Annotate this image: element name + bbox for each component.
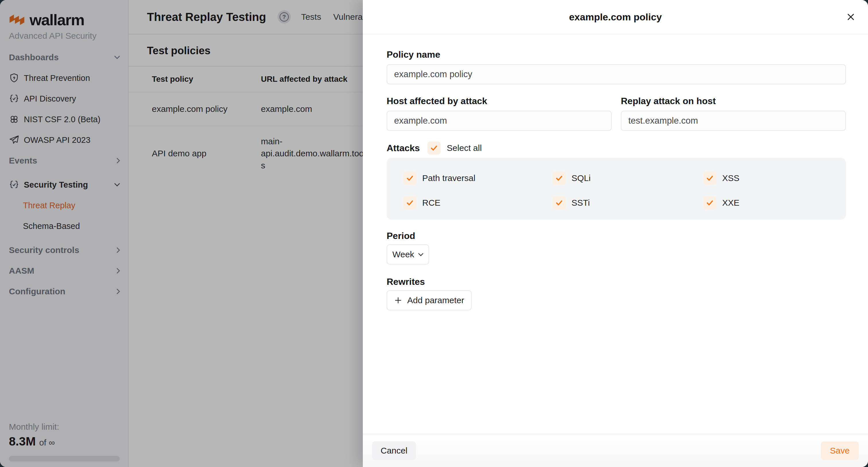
attacks-panel: Path traversal SQLi XSS	[386, 158, 846, 220]
drawer-body: Policy name Host affected by attack Repl…	[363, 34, 868, 434]
close-icon[interactable]	[844, 11, 857, 23]
drawer-footer: Cancel Save	[363, 434, 868, 467]
save-button[interactable]: Save	[821, 441, 859, 460]
policy-name-label: Policy name	[386, 49, 846, 60]
replay-host-label: Replay attack on host	[621, 95, 846, 107]
checkbox-checked[interactable]	[403, 171, 416, 185]
period-label: Period	[386, 230, 846, 241]
policy-name-input[interactable]	[386, 64, 846, 84]
rewrites-label: Rewrites	[386, 276, 846, 288]
attack-option-ssti[interactable]: SSTi	[553, 196, 703, 209]
attack-option-path-traversal[interactable]: Path traversal	[403, 171, 553, 185]
checkbox-checked[interactable]	[553, 196, 566, 209]
app-window: wallarm Advanced API Security Dashboards…	[0, 0, 868, 467]
plus-icon	[394, 296, 402, 304]
host-label: Host affected by attack	[386, 95, 612, 107]
replay-host-input[interactable]	[621, 111, 846, 131]
attacks-label: Attacks	[386, 142, 420, 154]
drawer-title: example.com policy	[569, 11, 662, 23]
cancel-button[interactable]: Cancel	[372, 441, 416, 460]
attack-option-xss[interactable]: XSS	[703, 171, 840, 185]
checkbox-checked[interactable]	[403, 196, 416, 209]
select-all-checkbox[interactable]	[427, 141, 441, 155]
host-input[interactable]	[386, 111, 612, 131]
drawer-header: example.com policy	[363, 0, 868, 34]
add-parameter-button[interactable]: Add parameter	[386, 290, 472, 310]
checkbox-checked[interactable]	[703, 196, 716, 209]
period-select[interactable]: Week	[386, 244, 429, 265]
checkbox-checked[interactable]	[553, 171, 566, 185]
attack-option-xxe[interactable]: XXE	[703, 196, 840, 209]
chevron-down-icon	[418, 253, 423, 256]
checkbox-checked[interactable]	[703, 171, 716, 185]
attack-option-sqli[interactable]: SQLi	[553, 171, 703, 185]
attack-option-rce[interactable]: RCE	[403, 196, 553, 209]
select-all-label: Select all	[447, 143, 482, 153]
policy-drawer: example.com policy Policy name Host affe…	[363, 0, 868, 467]
